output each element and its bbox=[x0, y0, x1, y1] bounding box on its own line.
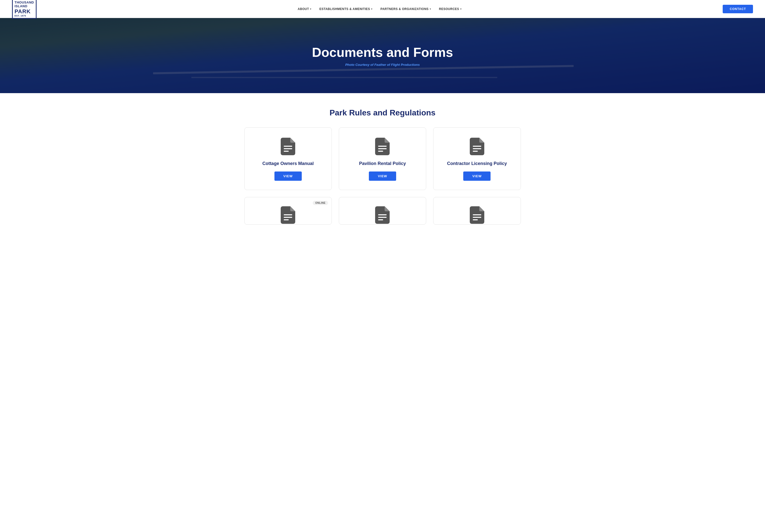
card-title-cottage: Cottage Owners Manual bbox=[263, 161, 314, 167]
svg-rect-13 bbox=[378, 217, 386, 218]
hero-content: Documents and Forms Photo Courtesy of Fe… bbox=[312, 45, 453, 67]
document-icon bbox=[470, 206, 484, 224]
svg-rect-8 bbox=[473, 151, 478, 152]
card-contractor-licensing: Contractor Licensing Policy VIEW bbox=[433, 128, 520, 190]
svg-rect-15 bbox=[473, 214, 481, 215]
svg-rect-10 bbox=[284, 217, 292, 218]
document-icon bbox=[470, 138, 484, 155]
logo-line3: PARK bbox=[15, 8, 34, 15]
svg-rect-2 bbox=[284, 151, 289, 152]
nav-label-resources: RESOURCES bbox=[439, 7, 459, 11]
logo-est: EST. 1875 bbox=[15, 15, 34, 17]
view-button-cottage[interactable]: VIEW bbox=[275, 172, 302, 181]
view-button-contractor[interactable]: VIEW bbox=[463, 172, 490, 181]
hero-title: Documents and Forms bbox=[312, 45, 453, 60]
document-icon bbox=[375, 206, 389, 224]
svg-rect-6 bbox=[473, 146, 481, 147]
chevron-down-icon: ▾ bbox=[310, 8, 312, 10]
svg-rect-1 bbox=[284, 148, 292, 149]
main-content: Park Rules and Regulations Cottage Owner… bbox=[232, 93, 533, 235]
nav-links: ABOUT ▾ ESTABLISHMENTS & AMENITIES ▾ PAR… bbox=[298, 7, 461, 11]
card-title-contractor: Contractor Licensing Policy bbox=[447, 161, 507, 167]
card-grid-row1: Cottage Owners Manual VIEW Pavilion Rent… bbox=[245, 128, 521, 190]
card-grid-row2: ONLINE bbox=[245, 197, 521, 225]
main-nav: THOUSAND ISLAND PARK EST. 1875 ABOUT ▾ E… bbox=[0, 0, 765, 18]
svg-rect-7 bbox=[473, 148, 481, 149]
document-icon bbox=[375, 138, 389, 155]
card-row2-item3 bbox=[433, 197, 520, 225]
document-icon bbox=[281, 138, 295, 155]
svg-rect-5 bbox=[378, 151, 383, 152]
nav-label-partners: PARTNERS & ORGANIZATIONS bbox=[381, 7, 428, 11]
hero-section: Documents and Forms Photo Courtesy of Fe… bbox=[0, 18, 765, 93]
logo-line1: THOUSAND bbox=[15, 1, 34, 5]
chevron-down-icon: ▾ bbox=[460, 8, 462, 10]
svg-rect-17 bbox=[473, 219, 478, 220]
svg-rect-11 bbox=[284, 219, 289, 220]
nav-label-establishments: ESTABLISHMENTS & AMENITIES bbox=[319, 7, 370, 11]
svg-rect-12 bbox=[378, 214, 386, 215]
card-row2-item2 bbox=[339, 197, 426, 225]
section-title: Park Rules and Regulations bbox=[245, 108, 521, 117]
nav-item-partners[interactable]: PARTNERS & ORGANIZATIONS ▾ bbox=[381, 7, 431, 11]
online-badge: ONLINE bbox=[313, 201, 328, 205]
nav-item-establishments[interactable]: ESTABLISHMENTS & AMENITIES ▾ bbox=[319, 7, 373, 11]
card-cottage-owners-manual: Cottage Owners Manual VIEW bbox=[245, 128, 332, 190]
logo-line2: ISLAND bbox=[15, 5, 34, 8]
chevron-down-icon: ▾ bbox=[371, 8, 373, 10]
svg-rect-14 bbox=[378, 219, 383, 220]
contact-button[interactable]: CONTACT bbox=[723, 5, 753, 13]
card-title-pavilion: Pavilion Rental Policy bbox=[359, 161, 406, 167]
view-button-pavilion[interactable]: VIEW bbox=[369, 172, 396, 181]
card-pavilion-rental: Pavilion Rental Policy VIEW bbox=[339, 128, 426, 190]
svg-rect-3 bbox=[378, 146, 386, 147]
card-row2-item1: ONLINE bbox=[245, 197, 332, 225]
logo[interactable]: THOUSAND ISLAND PARK EST. 1875 bbox=[12, 0, 37, 19]
svg-rect-9 bbox=[284, 214, 292, 215]
document-icon bbox=[281, 206, 295, 224]
hero-subtitle: Photo Courtesy of Feather of Flight Prod… bbox=[312, 63, 453, 67]
svg-rect-4 bbox=[378, 148, 386, 149]
nav-item-resources[interactable]: RESOURCES ▾ bbox=[439, 7, 461, 11]
svg-rect-16 bbox=[473, 217, 481, 218]
nav-item-about[interactable]: ABOUT ▾ bbox=[298, 7, 312, 11]
nav-label-about: ABOUT bbox=[298, 7, 309, 11]
svg-rect-0 bbox=[284, 146, 292, 147]
chevron-down-icon: ▾ bbox=[430, 8, 431, 10]
